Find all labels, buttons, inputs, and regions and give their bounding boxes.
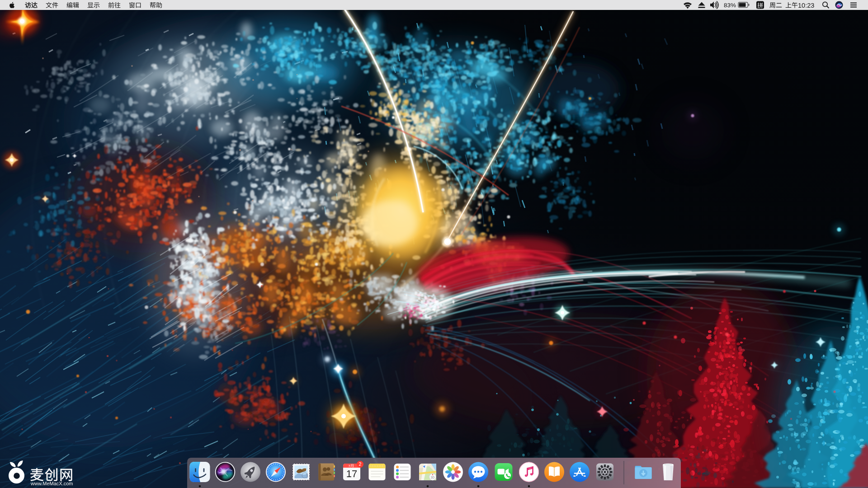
- svg-text:17: 17: [346, 468, 357, 479]
- svg-text:2: 2: [359, 461, 362, 467]
- svg-text:83%: 83%: [724, 2, 736, 9]
- svg-text:10:23: 10:23: [798, 2, 814, 9]
- svg-text:7: 7: [349, 464, 350, 468]
- svg-text:3D: 3D: [431, 476, 435, 479]
